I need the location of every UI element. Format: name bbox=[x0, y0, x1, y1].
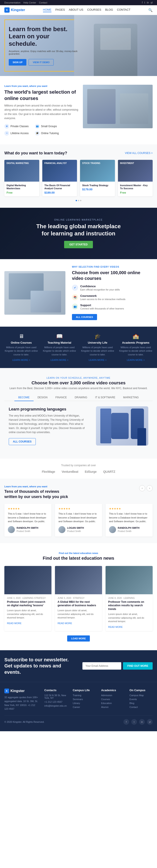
read-more-1[interactable]: READ MORE bbox=[7, 622, 22, 624]
documentation-link[interactable]: Documentation bbox=[4, 1, 21, 4]
view-all-courses[interactable]: VIEW ALL COURSES > bbox=[125, 152, 153, 155]
footer-contact[interactable]: Contact bbox=[130, 706, 153, 708]
feature-tutoring: 🎓 Online Tutoring bbox=[35, 131, 63, 136]
feature-lifetime: ♾ Lifetime Access bbox=[4, 131, 33, 136]
footer-contacts-title: Contacts bbox=[44, 688, 68, 692]
university-learn-more[interactable]: LEARN MORE > bbox=[88, 359, 106, 361]
newsletter-submit-button[interactable]: FIND OUT MORE bbox=[123, 662, 153, 670]
footer-admission[interactable]: Admission bbox=[101, 694, 124, 696]
confidence-title: Confidence bbox=[80, 285, 120, 288]
support-icon: 👥 bbox=[72, 304, 78, 310]
video-tag: LEARN ON YOUR SCHEDULE, ANYWHERE, ANYTIM… bbox=[4, 377, 153, 379]
hero-subtitle: Anywhere, anytime. Enjoy matches with ou… bbox=[9, 50, 78, 55]
reviews-title: Tens of thousands of reviews written by … bbox=[4, 489, 70, 499]
footer-address: 112 St N 38 St, New York, NY bbox=[44, 694, 68, 699]
nav-blog[interactable]: BLOG bbox=[105, 8, 113, 12]
tab-finance[interactable]: FINANCE bbox=[51, 394, 71, 401]
nav-contact[interactable]: CONTACT bbox=[117, 8, 130, 12]
footer-library[interactable]: Library bbox=[73, 702, 96, 705]
feature-tutoring-label: Online Tutoring bbox=[41, 132, 59, 135]
read-more-3[interactable]: READ MORE bbox=[108, 626, 123, 628]
tab-drawing[interactable]: DRAWING bbox=[71, 394, 91, 401]
footer-events[interactable]: Events bbox=[130, 698, 153, 701]
reviews-prev[interactable]: ‹ bbox=[139, 485, 145, 491]
footer-copyright: © 2020 Kingster. All Rights Reserved. bbox=[4, 720, 45, 723]
footer-education[interactable]: Education bbox=[101, 702, 124, 705]
contact-link[interactable]: Contact bbox=[39, 1, 47, 4]
signup-button[interactable]: SIGN UP bbox=[9, 59, 26, 66]
newsletter-text: Subscribe to our newsletter.Get updates … bbox=[4, 657, 76, 676]
footer-oncampus-list: Campus Map Events Blog Contact bbox=[130, 694, 153, 708]
logo-flexwage: FlexWage bbox=[42, 470, 55, 473]
footer-facebook-icon[interactable]: f bbox=[124, 719, 129, 725]
features-list: 🖥 Private Classes 👥 Small Groups ♾ Lifet… bbox=[4, 124, 78, 136]
footer-blog[interactable]: Blog bbox=[130, 702, 153, 705]
nav-home[interactable]: HOME bbox=[43, 8, 51, 12]
top-bar-links[interactable]: Documentation Help Center Contact bbox=[4, 1, 50, 4]
online-courses-learn-more[interactable]: LEARN MORE > bbox=[12, 359, 30, 361]
course-name-3: Stock Trading Strategy bbox=[82, 184, 113, 187]
all-courses-button[interactable]: ALL COURSES bbox=[72, 314, 97, 320]
choose-image bbox=[4, 271, 66, 315]
newsletter-email-input[interactable] bbox=[82, 662, 121, 670]
newsletter-form: FIND OUT MORE bbox=[82, 662, 153, 670]
learn-text: Learn from you want, where you want The … bbox=[4, 85, 78, 136]
teaching-learn-more[interactable]: LEARN MORE > bbox=[50, 359, 68, 361]
course-price-4: Free bbox=[120, 191, 151, 194]
prog-all-courses-btn[interactable]: ALL COURSES bbox=[9, 438, 36, 445]
load-more-button[interactable]: LOAD MORE bbox=[67, 636, 89, 642]
dot-3[interactable] bbox=[80, 200, 81, 201]
footer-seminars[interactable]: Seminars bbox=[73, 698, 96, 701]
academic-title: Academic Programs bbox=[119, 341, 153, 344]
facebook-icon[interactable]: f bbox=[142, 1, 142, 4]
learn-img-inner bbox=[83, 85, 153, 128]
footer-training[interactable]: Training bbox=[73, 694, 96, 696]
support-text: Support Connect with thousands of other … bbox=[80, 304, 124, 311]
course-card-1[interactable]: DIGITAL MARKETING Digital Marketing Mast… bbox=[4, 160, 39, 196]
hero-buttons: SIGN UP VIEW IT DEMO bbox=[9, 59, 78, 66]
dot-1[interactable] bbox=[76, 200, 77, 201]
footer-linkedin-icon[interactable]: in bbox=[139, 719, 145, 725]
footer-courses[interactable]: Courses bbox=[101, 698, 124, 701]
demo-button[interactable]: VIEW IT DEMO bbox=[29, 59, 54, 66]
logo[interactable]: K Kingster bbox=[4, 7, 25, 12]
help-center-link[interactable]: Help Center bbox=[23, 1, 36, 4]
dot-2[interactable] bbox=[78, 200, 79, 201]
read-more-2[interactable]: READ MORE bbox=[57, 622, 72, 624]
academic-desc: Millions of people have used Kingster to… bbox=[119, 346, 153, 356]
footer-academics: Academics Admission Courses Education Al… bbox=[101, 688, 124, 711]
tab-design[interactable]: DESIGN bbox=[33, 394, 51, 401]
twitter-icon[interactable]: t bbox=[145, 1, 145, 4]
academic-learn-more[interactable]: LEARN MORE > bbox=[127, 359, 145, 361]
tab-it-software[interactable]: IT & SOFTWARE bbox=[91, 394, 119, 401]
nav-about[interactable]: ABOUT US bbox=[69, 8, 83, 12]
linkedin-icon[interactable]: in bbox=[147, 1, 149, 4]
footer-career[interactable]: Career bbox=[73, 706, 96, 708]
course-card-2[interactable]: FINANCIAL ANALYST The Basis Of Financial… bbox=[42, 160, 77, 196]
marketplace-btn[interactable]: GET STARTED bbox=[64, 241, 93, 248]
feature-groups-label: Small Groups bbox=[41, 125, 57, 128]
footer-alumni[interactable]: Alumni bbox=[101, 706, 124, 708]
course-card-3[interactable]: STOCK TRADING Stock Trading Strategy $17… bbox=[80, 160, 115, 196]
review-author-role-1: Product Smith bbox=[17, 530, 30, 532]
course-price-2: $189.00 bbox=[45, 191, 75, 194]
reviews-next[interactable]: › bbox=[147, 485, 153, 491]
blog-date-3: JUNE 8, 2020 · LEARNING bbox=[108, 597, 150, 599]
marketplace-title: The leading global marketplacefor learni… bbox=[4, 223, 153, 238]
course-card-4[interactable]: INVESTMENT Investment Master - Key To Su… bbox=[118, 160, 153, 196]
choose-text: WHY SELECTION FIND EVERY VIDEOS Choose f… bbox=[72, 266, 153, 320]
footer-campus-list: Training Seminars Library Career bbox=[73, 694, 96, 708]
blog-thumb-1 bbox=[4, 566, 51, 594]
nav-courses[interactable]: COURSES bbox=[87, 8, 101, 12]
search-icon[interactable]: 🔍 bbox=[148, 8, 153, 12]
prog-image bbox=[96, 406, 148, 445]
nav-pages[interactable]: PAGES bbox=[55, 8, 65, 12]
trusted-section: Trusted by companies all over FlexWage V… bbox=[0, 459, 157, 478]
tab-marketing[interactable]: MARKETING bbox=[119, 394, 142, 401]
youtube-icon[interactable]: yt bbox=[151, 1, 153, 4]
footer-twitter-icon[interactable]: t bbox=[131, 719, 137, 725]
footer-campusmap[interactable]: Campus Map bbox=[130, 694, 153, 696]
footer-youtube-icon[interactable]: yt bbox=[147, 719, 153, 725]
tab-become[interactable]: BECOME bbox=[15, 394, 33, 401]
review-stars-3: ★★★★★ bbox=[109, 507, 149, 510]
